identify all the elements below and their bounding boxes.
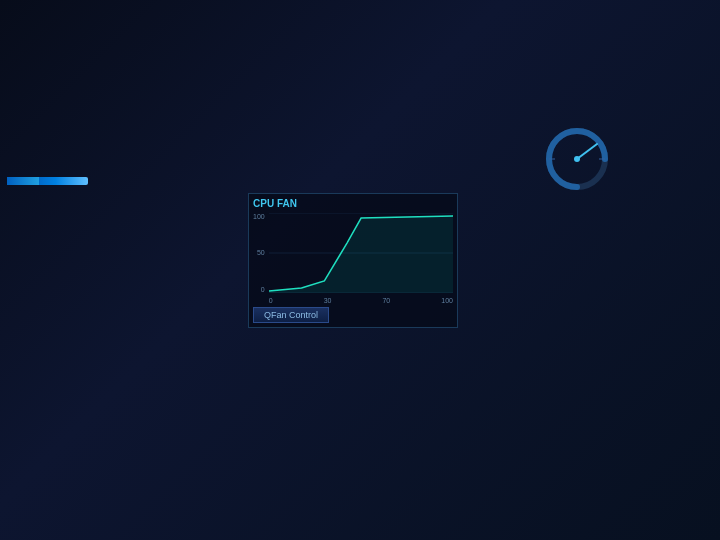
svg-marker-6 (269, 216, 453, 293)
y-axis: 100 50 0 (253, 213, 265, 293)
qfan-button[interactable]: QFan Control (253, 307, 329, 323)
x-axis: 0 30 70 100 (269, 297, 453, 304)
temp-bar (7, 177, 88, 185)
y-mid: 50 (253, 249, 265, 256)
x-30: 30 (324, 297, 332, 304)
y-max: 100 (253, 213, 265, 220)
gauge-svg (542, 124, 612, 194)
chart-svg (269, 213, 453, 293)
svg-point-9 (574, 156, 580, 162)
cpu-fan-chart-section: CPU FAN 100 50 0 (248, 193, 458, 328)
chart-canvas: 0 30 70 100 (269, 213, 453, 304)
y-min: 0 (253, 286, 265, 293)
x-100: 100 (441, 297, 453, 304)
main-container: UEFI BIOS Utility – EZ Mode 🌐 English 🔍 … (0, 0, 720, 540)
x-70: 70 (382, 297, 390, 304)
chart-with-axis: 100 50 0 (253, 213, 453, 304)
cpu-fan-chart-title: CPU FAN (253, 198, 453, 209)
gauge-wrapper (542, 124, 612, 194)
svg-line-8 (577, 144, 597, 159)
x-0: 0 (269, 297, 273, 304)
temp-bar-fill (7, 177, 39, 185)
